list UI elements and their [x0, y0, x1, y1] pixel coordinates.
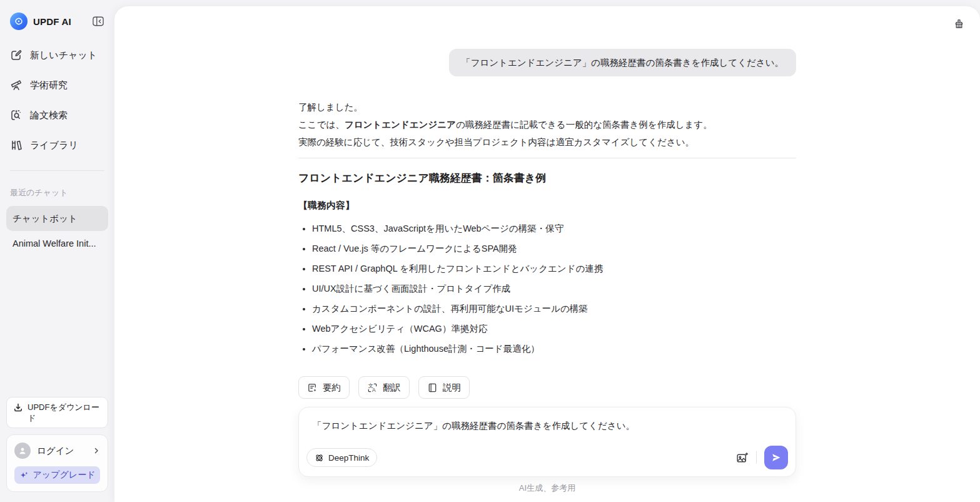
ai-disclaimer: AI生成、参考用	[298, 483, 796, 494]
sidebar-collapse-button[interactable]	[92, 15, 106, 28]
toolbar-divider	[756, 451, 757, 464]
download-icon	[13, 402, 23, 412]
sidebar-divider	[10, 170, 104, 171]
bullet-item: REST API / GraphQL を利用したフロントエンドとバックエンドの連…	[312, 262, 796, 275]
input-toolbar: DeepThink	[299, 443, 796, 476]
recent-chat-item-animal-welfare[interactable]: Animal Welfare Init...	[6, 231, 108, 256]
user-message-row: 「フロントエンドエンジニア」の職務経歴書の箇条書きを作成してください。	[298, 49, 796, 76]
sidebar-item-label: 論文検索	[30, 110, 68, 121]
chat-input-box[interactable]: 「フロントエンドエンジニア」の職務経歴書の箇条書きを作成してください。 Deep…	[298, 407, 796, 477]
brand-title: UPDF AI	[33, 16, 71, 27]
chat-column: 「フロントエンドエンジニア」の職務経歴書の箇条書きを作成してください。 了解しま…	[298, 6, 796, 494]
upgrade-button-label: アップグレード	[33, 469, 96, 481]
deepthink-label: DeepThink	[328, 453, 369, 463]
new-chat-icon	[10, 49, 23, 61]
sidebar-item-new-chat[interactable]: 新しいチャット	[0, 40, 114, 70]
recent-chat-item-chatbot[interactable]: チャットボット	[6, 206, 108, 231]
sidebar-header: UPDF AI	[10, 11, 106, 31]
atom-icon	[315, 453, 324, 463]
quick-action-row: 要約 文 A 翻訳 説明	[298, 376, 796, 399]
upgrade-button[interactable]: アップグレード	[14, 466, 100, 484]
sidebar-item-paper-search[interactable]: 論文検索	[0, 100, 114, 130]
assistant-paragraph: 了解しました。	[298, 98, 796, 116]
login-label: ログイン	[37, 445, 74, 457]
message-divider	[298, 158, 796, 158]
sidebar-nav: 新しいチャット 学術研究 論文検索	[0, 40, 114, 160]
translate-button[interactable]: 文 A 翻訳	[358, 376, 410, 399]
send-icon	[770, 452, 782, 463]
assistant-paragraph: ここでは、フロントエンドエンジニアの職務経歴書に記載できる一般的な箇条書き例を作…	[298, 116, 796, 133]
action-label: 翻訳	[383, 382, 401, 394]
telescope-icon	[10, 79, 23, 91]
send-button[interactable]	[764, 446, 788, 469]
text-span: ここでは、	[298, 120, 345, 130]
sidebar-bottom: UPDFをダウンロード ログイン	[0, 397, 114, 502]
avatar	[14, 443, 31, 459]
deepthink-toggle-button[interactable]: DeepThink	[306, 448, 377, 467]
image-add-icon	[735, 451, 749, 464]
sparkle-icon	[19, 471, 29, 480]
summarize-button[interactable]: 要約	[298, 376, 350, 399]
reply-subheading: 【職務内容】	[298, 200, 796, 212]
bullet-item: Webアクセシビリティ（WCAG）準拠対応	[312, 322, 796, 335]
panel-collapse-icon	[92, 16, 104, 27]
chat-panel: 「フロントエンドエンジニア」の職務経歴書の箇条書きを作成してください。 了解しま…	[114, 6, 980, 502]
sidebar-item-label: 新しいチャット	[30, 49, 97, 61]
bullet-item: React / Vue.js 等のフレームワークによるSPA開発	[312, 242, 796, 255]
chat-input[interactable]: 「フロントエンドエンジニア」の職務経歴書の箇条書きを作成してください。	[299, 407, 796, 432]
download-updf-button[interactable]: UPDFをダウンロード	[6, 397, 108, 428]
paper-search-icon	[10, 109, 23, 121]
input-right-tools	[735, 446, 788, 469]
broom-icon	[953, 18, 965, 30]
summarize-icon	[307, 382, 318, 393]
account-card: ログイン アップグレード	[6, 434, 108, 492]
recent-chats-label: 最近のチャット	[0, 187, 114, 198]
translate-icon: 文 A	[367, 382, 378, 393]
bullet-item: UI/UX設計に基づく画面設計・プロトタイプ作成	[312, 282, 796, 295]
bold-text-span: フロントエンドエンジニア	[345, 120, 456, 130]
sidebar: UPDF AI 新しいチャット 学術研究	[0, 0, 114, 502]
book-icon	[427, 382, 438, 393]
clear-chat-button[interactable]	[953, 18, 965, 30]
reply-heading: フロントエンドエンジニア職務経歴書：箇条書き例	[298, 171, 796, 185]
assistant-message: 了解しました。 ここでは、フロントエンドエンジニアの職務経歴書に記載できる一般的…	[298, 98, 796, 364]
add-image-button[interactable]	[735, 451, 749, 464]
explain-button[interactable]: 説明	[418, 376, 470, 399]
user-message-bubble: 「フロントエンドエンジニア」の職務経歴書の箇条書きを作成してください。	[449, 49, 796, 76]
bullet-item: カスタムコンポーネントの設計、再利用可能なUIモジュールの構築	[312, 302, 796, 315]
chevron-right-icon	[93, 447, 100, 454]
login-row[interactable]: ログイン	[14, 441, 100, 460]
sidebar-item-academic-research[interactable]: 学術研究	[0, 70, 114, 100]
action-label: 要約	[323, 382, 341, 394]
library-icon	[10, 139, 23, 151]
bullet-item: HTML5、CSS3、JavaScriptを用いたWebページの構築・保守	[312, 222, 796, 235]
sidebar-item-label: ライブラリ	[30, 140, 78, 151]
svg-text:A: A	[372, 387, 376, 393]
reply-bullet-list: HTML5、CSS3、JavaScriptを用いたWebページの構築・保守 Re…	[298, 222, 796, 364]
bullet-item-clipped: クロスブラウザ・クロスデバイス対応の実装とテスト	[312, 362, 796, 364]
assistant-paragraph: 実際の経験に応じて、技術スタックや担当プロジェクト内容は適宜カスタマイズしてくだ…	[298, 133, 796, 151]
sidebar-item-label: 学術研究	[30, 79, 68, 91]
bullet-item: パフォーマンス改善（Lighthouse計測・コード最適化）	[312, 342, 796, 355]
action-label: 説明	[443, 382, 461, 394]
text-span: の職務経歴書に記載できる一般的な箇条書き例を作成します。	[456, 120, 712, 130]
sidebar-item-library[interactable]: ライブラリ	[0, 130, 114, 160]
download-button-label: UPDFをダウンロード	[28, 402, 101, 423]
updf-ai-logo-icon	[10, 13, 28, 30]
